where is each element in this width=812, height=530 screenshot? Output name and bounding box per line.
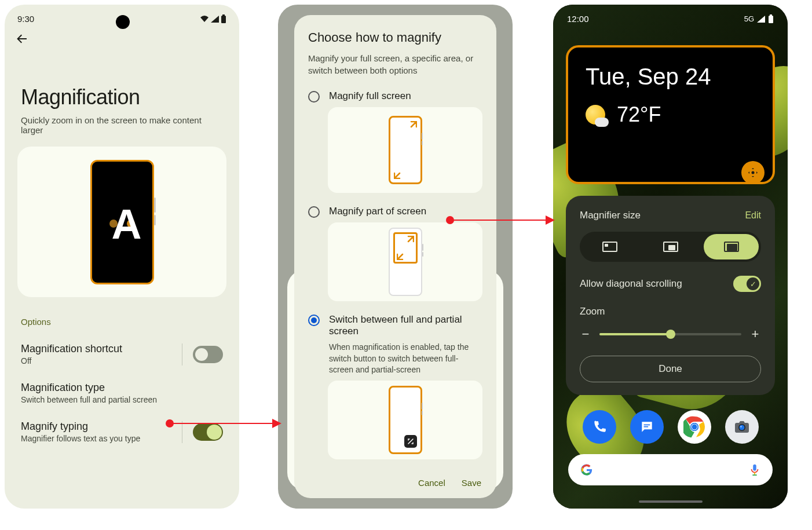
options-header: Options	[5, 315, 239, 335]
magnified-weather: 72°F	[586, 103, 755, 127]
magnification-preview: A	[17, 147, 226, 297]
network-label: 5G	[744, 14, 754, 23]
phone-app-icon[interactable]	[583, 410, 616, 444]
full-screen-illustration	[328, 107, 482, 193]
option-switch-both[interactable]: Switch between full and partial screen	[308, 314, 482, 337]
shortcut-toggle[interactable]	[193, 346, 223, 363]
svg-rect-16	[753, 465, 756, 471]
google-g-icon	[580, 463, 594, 477]
row-sub: Magnifier follows text as you type	[21, 434, 140, 443]
magnified-date: Tue, Sep 24	[586, 64, 755, 90]
svg-point-11	[692, 425, 697, 430]
svg-rect-18	[752, 474, 756, 476]
svg-rect-1	[222, 14, 225, 16]
zoom-label: Zoom	[580, 306, 761, 317]
magnification-settings-screen: 9:30 Magnification Quickly zoom in on th…	[5, 5, 239, 509]
zoom-slider[interactable]	[599, 333, 741, 335]
page-title: Magnification	[5, 48, 239, 115]
zoom-increase-button[interactable]: +	[749, 327, 761, 342]
app-dock	[553, 410, 788, 444]
search-bar[interactable]	[568, 454, 773, 485]
svg-rect-5	[643, 425, 650, 426]
svg-point-14	[739, 425, 744, 430]
row-sub: Switch between full and partial screen	[21, 395, 157, 404]
magnify-dialog-screen: Choose how to magnify Magnify your full …	[278, 5, 513, 509]
option-full-screen[interactable]: Magnify full screen	[308, 90, 482, 103]
page-subtitle: Quickly zoom in on the screen to make co…	[5, 115, 239, 147]
magnification-shortcut-row[interactable]: Magnification shortcut Off	[5, 335, 239, 374]
row-sub: Off	[21, 356, 122, 365]
back-button[interactable]	[5, 27, 239, 48]
magnifier-settings-panel: Magnifier size Edit Allow diagonal scrol…	[566, 196, 775, 395]
mic-icon[interactable]	[748, 463, 761, 476]
status-bar: 12:00 5G	[553, 14, 788, 24]
preview-phone-icon: A	[90, 160, 154, 284]
switch-icon	[404, 435, 417, 448]
size-medium-button[interactable]	[643, 234, 698, 259]
status-icons: 5G	[744, 14, 774, 23]
diagonal-label: Allow diagonal scrolling	[580, 278, 682, 290]
edit-button[interactable]: Edit	[745, 210, 761, 221]
zoom-decrease-button[interactable]: −	[580, 327, 591, 342]
radio-icon	[308, 206, 320, 218]
camera-punch-hole	[116, 15, 130, 29]
magnification-type-row[interactable]: Magnification type Switch between full a…	[5, 374, 239, 412]
part-screen-illustration	[328, 222, 482, 301]
camera-app-icon[interactable]	[725, 410, 759, 444]
switch-illustration	[328, 381, 482, 459]
radio-label: Magnify part of screen	[329, 206, 426, 218]
weather-icon	[586, 105, 605, 125]
row-title: Magnification type	[21, 382, 157, 394]
size-segmented-control	[580, 232, 761, 262]
svg-point-4	[752, 171, 755, 174]
status-time: 9:30	[17, 14, 34, 24]
radio-icon	[308, 91, 320, 103]
cancel-button[interactable]: Cancel	[418, 478, 445, 488]
svg-rect-2	[769, 16, 773, 23]
temperature: 72°F	[617, 103, 661, 127]
svg-rect-3	[770, 14, 772, 16]
size-large-button[interactable]	[704, 234, 759, 259]
status-time: 12:00	[567, 14, 589, 24]
row-title: Magnification shortcut	[21, 343, 122, 355]
row-title: Magnify typing	[21, 421, 140, 433]
magnify-dialog: Choose how to magnify Magnify your full …	[294, 15, 496, 498]
radio-label: Magnify full screen	[329, 90, 411, 103]
flow-arrow-1	[167, 418, 283, 430]
save-button[interactable]: Save	[462, 478, 481, 488]
diagonal-toggle[interactable]	[733, 276, 761, 292]
size-label: Magnifier size	[580, 210, 641, 221]
home-indicator[interactable]	[639, 500, 703, 503]
magnifier-overlay-screen: 12:00 5G Tue, Sep 24 72°F Magnifier size…	[553, 5, 788, 509]
dialog-subtitle: Magnify your full screen, a specific are…	[308, 52, 482, 76]
option-switch-desc: When magnification is enabled, tap the s…	[329, 342, 482, 376]
svg-rect-17	[754, 473, 755, 475]
done-button[interactable]: Done	[580, 356, 761, 382]
radio-label: Switch between full and partial screen	[329, 314, 482, 337]
svg-rect-0	[221, 16, 226, 23]
svg-rect-6	[643, 426, 648, 427]
chrome-app-icon[interactable]	[678, 410, 711, 444]
magnifier-window[interactable]: Tue, Sep 24 72°F	[566, 45, 775, 184]
svg-point-15	[740, 426, 742, 427]
dialog-title: Choose how to magnify	[308, 30, 482, 45]
size-small-button[interactable]	[582, 234, 637, 259]
flow-arrow-2	[447, 215, 557, 226]
radio-icon	[308, 315, 320, 326]
status-icons	[200, 14, 226, 23]
messages-app-icon[interactable]	[630, 410, 664, 444]
move-handle[interactable]	[741, 161, 765, 184]
